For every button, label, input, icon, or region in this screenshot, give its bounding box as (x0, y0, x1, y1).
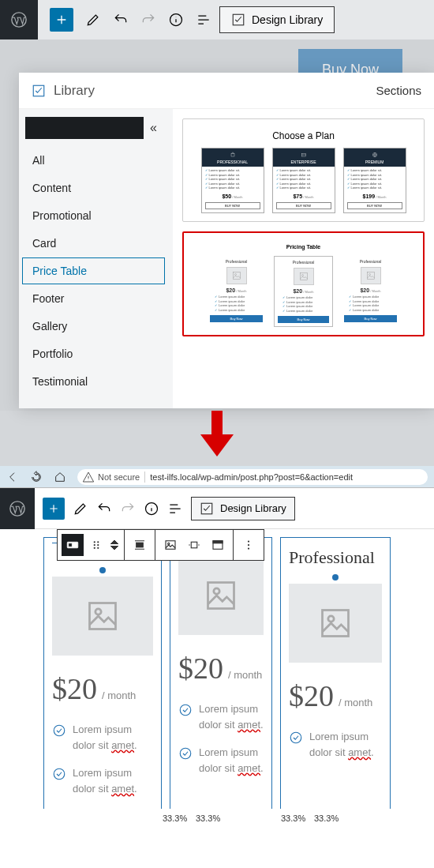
block-toolbar[interactable] (57, 529, 264, 561)
edit-icon-bottom[interactable] (73, 501, 88, 517)
svg-point-13 (10, 501, 24, 515)
image-placeholder-icon[interactable] (52, 577, 153, 656)
svg-rect-7 (233, 272, 240, 279)
move-up-down[interactable] (110, 539, 119, 551)
plan-card: PROFESSIONAL Lorem ipsum dolor sit.Lorem… (201, 148, 264, 213)
block-type-button[interactable] (62, 534, 84, 556)
library-title: Library (54, 83, 95, 99)
image-placeholder-icon[interactable] (289, 584, 382, 663)
svg-rect-35 (137, 543, 144, 547)
svg-rect-28 (69, 543, 73, 547)
price-period: / month (102, 690, 136, 701)
svg-point-30 (97, 541, 99, 543)
svg-rect-40 (213, 541, 223, 543)
category-promotional[interactable]: Promotional (22, 202, 165, 229)
svg-point-26 (290, 732, 301, 743)
svg-point-31 (94, 544, 95, 546)
feature-item[interactable]: Lorem ipsum dolor sit amet. (289, 729, 382, 760)
resize-handle-icon[interactable] (332, 574, 339, 581)
reload-icon[interactable] (30, 471, 43, 483)
category-content[interactable]: Content (22, 175, 165, 201)
collapse-icon[interactable]: « (150, 121, 157, 135)
category-gallery[interactable]: Gallery (22, 313, 165, 340)
category-testimonial[interactable]: Testimonial (22, 368, 165, 395)
price-value: $20 (52, 671, 97, 706)
full-width-button[interactable] (207, 534, 229, 556)
block-editor[interactable]: $20/ month Lorem ipsum dolor sit amet. L… (0, 529, 434, 809)
add-block-button-bottom[interactable] (43, 498, 65, 520)
price-value: $20 (178, 651, 223, 686)
svg-point-33 (94, 547, 95, 549)
drag-handle-icon[interactable] (85, 534, 107, 556)
library-search-input[interactable] (25, 117, 144, 139)
resize-handle-icon[interactable] (99, 567, 106, 573)
svg-point-0 (12, 13, 26, 27)
edit-icon[interactable] (85, 12, 101, 28)
browser-bar: Not secure test-ilfs.local/wp-admin/post… (0, 466, 434, 488)
library-tab-sections[interactable]: Sections (376, 84, 421, 97)
category-portfolio[interactable]: Portfolio (22, 340, 165, 367)
price-column-2[interactable]: $20/ month Lorem ipsum dolor sit amet. L… (170, 537, 272, 809)
address-bar[interactable]: Not secure test-ilfs.local/wp-admin/post… (77, 469, 428, 485)
price-column-3[interactable]: Professional $20/ month Lorem ipsum dolo… (280, 537, 391, 809)
svg-point-34 (97, 547, 99, 549)
feature-item[interactable]: Lorem ipsum dolor sit amet. (52, 765, 153, 796)
undo-icon[interactable] (113, 12, 129, 28)
category-all[interactable]: All (22, 147, 165, 174)
template-choose-plan[interactable]: Choose a Plan PROFESSIONAL Lorem ipsum d… (182, 118, 425, 222)
svg-rect-20 (208, 583, 234, 609)
plan-card: Professional $20 / Month Lorem ipsum dol… (274, 256, 333, 327)
redo-icon[interactable] (140, 12, 156, 28)
top-panel: Design Library Buy Now Library Sections … (0, 0, 434, 411)
template2-title: Pricing Table (192, 244, 415, 250)
feature-item[interactable]: Lorem ipsum dolor sit amet. (178, 745, 264, 776)
wp-toolbar: Design Library (0, 0, 434, 39)
svg-point-19 (54, 768, 65, 780)
svg-rect-11 (367, 272, 374, 279)
price-column-1[interactable]: $20/ month Lorem ipsum dolor sit amet. L… (43, 537, 162, 809)
svg-point-41 (248, 540, 249, 542)
home-icon[interactable] (54, 471, 66, 483)
feature-item[interactable]: Lorem ipsum dolor sit amet. (52, 722, 153, 753)
svg-point-17 (95, 609, 101, 614)
outline-icon[interactable] (196, 12, 211, 28)
category-card[interactable]: Card (22, 230, 165, 257)
wide-width-button[interactable] (183, 534, 205, 556)
url-text: test-ilfs.local/wp-admin/post.php?post=6… (145, 472, 357, 482)
svg-point-32 (97, 544, 99, 546)
svg-rect-5 (301, 154, 305, 156)
svg-rect-4 (231, 154, 234, 156)
info-icon-bottom[interactable] (144, 501, 159, 517)
more-options-button[interactable] (238, 534, 260, 556)
library-header: Library Sections (19, 73, 434, 109)
plan-card: Professional $20 / Month Lorem ipsum dol… (207, 256, 266, 327)
library-sidebar: « All Content Promotional Card Price Tab… (19, 109, 173, 408)
column-width-percent: 33.3% (163, 814, 187, 823)
template-pricing-table[interactable]: Pricing Table Professional $20 / Month L… (182, 231, 425, 336)
info-icon[interactable] (168, 12, 184, 28)
svg-rect-36 (166, 541, 175, 550)
design-library-button-bottom[interactable]: Design Library (191, 497, 295, 520)
add-block-button[interactable] (50, 8, 73, 32)
wp-logo[interactable] (0, 0, 38, 39)
image-button[interactable] (159, 534, 181, 556)
image-placeholder-icon[interactable] (178, 556, 264, 635)
align-button[interactable] (129, 534, 151, 556)
not-secure-label: Not secure (98, 472, 140, 482)
outline-icon-bottom[interactable] (167, 501, 183, 517)
design-library-label: Design Library (252, 13, 323, 26)
back-icon[interactable] (6, 471, 19, 483)
redo-icon-bottom[interactable] (120, 501, 136, 517)
arrow-down-icon (197, 411, 237, 458)
category-list: All Content Promotional Card Price Table… (22, 147, 165, 395)
wp-logo-bottom[interactable] (0, 488, 35, 529)
category-footer[interactable]: Footer (22, 285, 165, 312)
svg-rect-9 (300, 272, 307, 280)
design-library-button[interactable]: Design Library (219, 6, 335, 33)
undo-icon-bottom[interactable] (96, 501, 112, 517)
library-templates: Choose a Plan PROFESSIONAL Lorem ipsum d… (173, 109, 434, 408)
svg-rect-16 (90, 603, 116, 629)
plan-card: PREMIUM Lorem ipsum dolor sit.Lorem ipsu… (343, 148, 406, 213)
feature-item[interactable]: Lorem ipsum dolor sit amet. (178, 701, 264, 732)
category-price-table[interactable]: Price Table (22, 257, 165, 284)
